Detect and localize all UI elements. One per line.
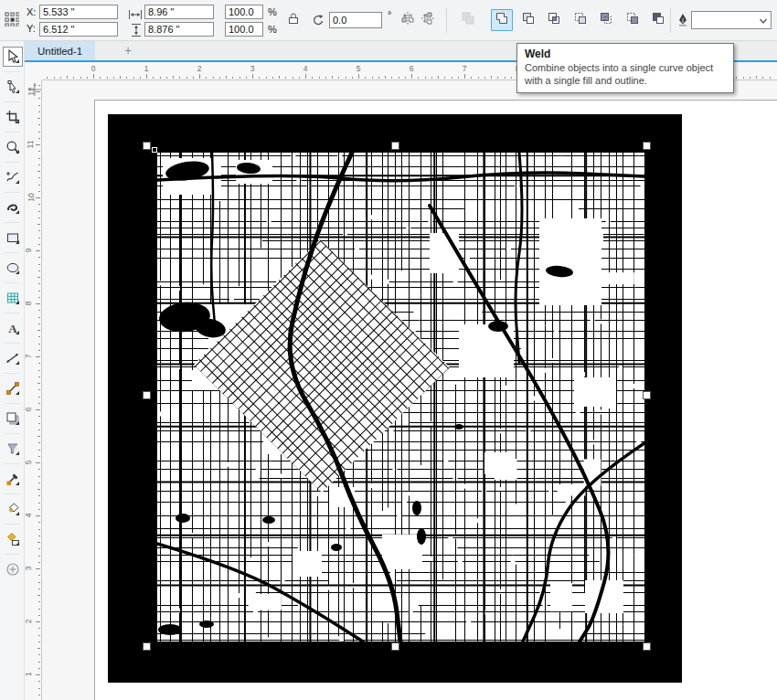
ruler-tick	[246, 77, 247, 79]
smart-fill-tool[interactable]	[3, 529, 23, 549]
intersect-button[interactable]	[543, 9, 565, 31]
mirror-vertical-button[interactable]	[417, 9, 439, 31]
x-position-input[interactable]	[39, 5, 118, 19]
graph-paper-tool[interactable]	[3, 288, 23, 308]
ruler-tick	[458, 77, 459, 79]
selection-handle[interactable]	[643, 642, 651, 651]
ruler-origin-icon[interactable]	[27, 82, 42, 101]
rectangle-tool[interactable]	[3, 228, 23, 248]
dimension-tool[interactable]	[3, 348, 23, 368]
shape-tool[interactable]	[3, 77, 23, 97]
object-height-icon	[129, 23, 144, 41]
connector-tool[interactable]	[3, 378, 23, 398]
artistic-media-tool[interactable]	[3, 197, 23, 217]
ruler-tick	[38, 185, 40, 186]
ruler-tick	[431, 77, 432, 79]
back-minus-front-button[interactable]	[622, 9, 644, 31]
freehand-tool[interactable]	[3, 167, 23, 187]
toolbox-separator	[5, 524, 20, 525]
pick-tool[interactable]	[3, 47, 23, 67]
ruler-tick	[36, 621, 40, 622]
lock-ratio-button[interactable]	[282, 9, 304, 31]
color-eyedropper-tool[interactable]	[3, 469, 23, 489]
ruler-tick	[226, 76, 227, 80]
crop-tool[interactable]	[3, 107, 23, 127]
ruler-tick	[38, 270, 40, 271]
ruler-tick	[179, 77, 180, 79]
ruler-tick	[38, 111, 40, 112]
ruler-tick	[38, 495, 40, 496]
ruler-tick	[38, 138, 40, 139]
ruler-tick	[38, 529, 40, 530]
selection-handle[interactable]	[391, 142, 399, 150]
ruler-tick	[378, 77, 379, 79]
selection-handle[interactable]	[143, 642, 151, 651]
trim-button[interactable]	[517, 9, 539, 31]
object-width-input[interactable]	[144, 5, 214, 19]
ruler-tick	[325, 77, 326, 79]
drop-shadow-tool[interactable]	[3, 408, 23, 429]
zoom-tool[interactable]	[3, 137, 23, 157]
ruler-tick	[38, 509, 40, 510]
selection-handle[interactable]	[143, 142, 151, 150]
rotation-angle-input[interactable]	[329, 12, 382, 28]
front-minus-back-button[interactable]	[595, 9, 617, 31]
percent-v-label: %	[268, 24, 277, 35]
ruler-tick	[166, 77, 167, 79]
ruler-tick	[38, 211, 40, 212]
ruler-tick	[107, 77, 108, 79]
city-map-artwork[interactable]	[157, 153, 644, 642]
y-position-input[interactable]	[39, 22, 118, 37]
vertical-ruler[interactable]: 121110987654321	[25, 80, 42, 700]
rotate-icon	[311, 13, 325, 31]
transparency-tool[interactable]	[3, 439, 23, 459]
ruler-tick	[38, 483, 40, 483]
mirror-vertical-icon	[420, 11, 435, 29]
scale-v-input[interactable]	[225, 22, 263, 37]
scale-h-input[interactable]	[225, 5, 263, 19]
ruler-number: 7	[463, 64, 467, 73]
toolbox-separator	[5, 433, 20, 434]
ruler-tick	[38, 476, 40, 477]
edit-fill-tool	[3, 559, 23, 579]
ruler-number: 3	[25, 567, 33, 571]
outline-width-dropdown[interactable]	[691, 11, 772, 29]
selection-handle[interactable]	[143, 391, 151, 399]
document-tab-untitled-1[interactable]: Untitled-1	[25, 41, 95, 61]
ruler-tick	[418, 77, 419, 79]
ruler-tick	[73, 77, 74, 79]
ruler-tick	[305, 74, 306, 79]
ruler-number: 1	[25, 673, 33, 677]
selection-handle[interactable]	[643, 391, 651, 399]
ruler-tick	[160, 77, 161, 79]
new-document-tab-button[interactable]: +	[116, 41, 140, 61]
selection-handle[interactable]	[391, 642, 399, 651]
ruler-number: 0	[91, 64, 96, 73]
ruler-tick	[38, 310, 40, 311]
ruler-tick	[484, 77, 485, 79]
mirror-horizontal-button[interactable]	[397, 9, 419, 31]
interactive-fill-tool[interactable]	[3, 499, 23, 519]
simplify-button[interactable]	[569, 9, 591, 31]
create-boundary-button[interactable]	[647, 9, 669, 31]
object-height-input[interactable]	[144, 22, 214, 37]
text-tool[interactable]: A	[3, 318, 23, 338]
ruler-tick	[38, 344, 40, 345]
ruler-tick	[38, 370, 40, 371]
ruler-tick	[37, 436, 41, 437]
ruler-tick	[38, 297, 40, 298]
ruler-tick	[36, 515, 40, 516]
ruler-tick	[38, 158, 40, 159]
ruler-tick	[478, 77, 479, 79]
ruler-tick	[252, 74, 253, 79]
weld-tooltip: Weld Combine objects into a single curve…	[516, 43, 734, 93]
ruler-number: 6	[410, 64, 414, 73]
ruler-tick	[37, 277, 41, 278]
weld-button[interactable]	[491, 9, 513, 31]
ellipse-tool[interactable]	[3, 258, 23, 278]
ruler-number: 10	[27, 193, 36, 201]
ruler-tick	[37, 489, 41, 490]
toolbox-separator	[5, 162, 20, 163]
ruler-tick	[38, 323, 40, 324]
selection-handle[interactable]	[643, 142, 651, 150]
